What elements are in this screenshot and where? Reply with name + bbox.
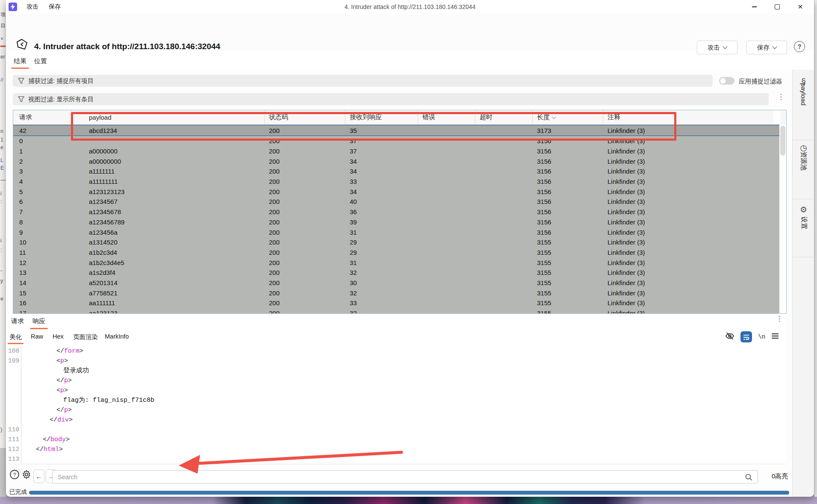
view-tab-页面渲染[interactable]: 页面渲染 — [73, 333, 98, 341]
cell: 200 — [265, 248, 345, 258]
table-row-4[interactable]: 4a11111111200333156Linkfinder (3) — [13, 177, 786, 187]
background-text-fragment: L — [0, 157, 3, 163]
gear-icon[interactable] — [21, 469, 32, 481]
newline-toggle[interactable]: \n — [758, 333, 765, 340]
tab-results[interactable]: 结果 — [14, 57, 27, 65]
lightning-icon — [9, 3, 17, 11]
menu-save[interactable]: 保存 — [44, 3, 66, 11]
view-tab-label: Raw — [31, 333, 43, 340]
view-tab-Hex[interactable]: Hex — [53, 333, 64, 340]
tab-request[interactable]: 请求 — [11, 317, 24, 325]
code-line: 110 — [6, 425, 786, 435]
sidebar-tab-资源池[interactable]: ◷资源池 — [793, 142, 814, 165]
cell — [418, 308, 475, 314]
filter-icon — [18, 96, 24, 103]
apply-capture-filter-toggle[interactable] — [719, 77, 734, 85]
cell: 3156 — [533, 156, 603, 166]
cell: 42 — [13, 125, 72, 136]
cell — [418, 207, 475, 217]
column-header-2[interactable]: 状态码 — [265, 110, 345, 124]
column-header-7[interactable]: 注释 — [603, 110, 773, 124]
cell: a123456789 — [72, 217, 265, 227]
request-response-tabs: 请求 响应 — [6, 314, 786, 330]
maximize-button[interactable] — [771, 1, 783, 12]
table-row-15[interactable]: 15a7758521200323155Linkfinder (3) — [13, 288, 786, 298]
cell: 36 — [345, 207, 418, 217]
cell: 200 — [265, 177, 345, 187]
table-body: 42abcd1234200353173Linkfinder (3)0200373… — [13, 125, 786, 314]
intruder-attack-window: 攻击 保存 4. Intruder attack of http://211.1… — [6, 0, 814, 497]
table-row-16[interactable]: 16aa111111200333155Linkfinder (3) — [13, 298, 786, 308]
table-row-42[interactable]: 42abcd1234200353173Linkfinder (3) — [13, 125, 786, 136]
cell: 200 — [265, 136, 345, 146]
save-dropdown-button[interactable]: 保存 — [746, 41, 787, 54]
table-row-0[interactable]: 0200373156Linkfinder (3) — [13, 136, 786, 146]
search-input[interactable] — [53, 474, 745, 480]
help-icon[interactable]: ? — [794, 41, 805, 52]
response-code-editor[interactable]: 108</form>109<p>登录成功</p><p>flag为: flag_n… — [6, 345, 786, 466]
attack-dropdown-button[interactable]: 攻击 — [697, 41, 737, 54]
close-button[interactable]: ✕ — [794, 1, 806, 12]
scrollbar-thumb[interactable] — [780, 126, 785, 156]
table-row-5[interactable]: 5a123123123200343156Linkfinder (3) — [13, 186, 786, 197]
filter-menu-icon[interactable]: ⋮ — [777, 95, 784, 98]
table-row-1[interactable]: 1a0000000200373156Linkfinder (3) — [13, 146, 786, 156]
table-row-12[interactable]: 12a1b2c3d4e5200313155Linkfinder (3) — [13, 257, 786, 268]
table-row-9[interactable]: 9a123456a200313156Linkfinder (3) — [13, 227, 786, 237]
capture-filter-bar[interactable]: 捕获过滤: 捕捉所有项目 — [13, 75, 713, 87]
table-row-2[interactable]: 2a00000000200343156Linkfinder (3) — [13, 156, 786, 166]
cell: 200 — [265, 186, 345, 197]
column-header-payload[interactable]: payload — [72, 110, 265, 124]
view-filter-bar[interactable]: 视图过滤: 显示所有条目 — [13, 93, 769, 105]
prev-match-button[interactable]: ← — [33, 469, 44, 483]
column-header-6[interactable]: 长度 — [533, 110, 603, 124]
sidebar-tab-payload[interactable]: §payload — [793, 76, 814, 98]
cell: aa111111 — [72, 298, 265, 308]
cell: a1314520 — [72, 237, 265, 248]
line-number: 111 — [6, 435, 21, 445]
column-header-4[interactable]: 错误 — [418, 110, 475, 124]
word-wrap-icon[interactable] — [740, 331, 752, 342]
results-content: 捕获过滤: 捕捉所有项目 应用捕捉过滤器 视图过滤: 显示所有条目 ⋮ 请求pa… — [6, 70, 793, 497]
code-line: </p> — [6, 405, 786, 415]
view-tab-美化[interactable]: 美化 — [9, 333, 22, 341]
response-menu-icon[interactable]: ⋮ — [776, 317, 782, 320]
tab-positions[interactable]: 位置 — [34, 57, 47, 65]
table-scrollbar[interactable] — [779, 124, 786, 313]
sidebar-tab-设置[interactable]: ⚙设置 — [793, 204, 814, 227]
menu-attack[interactable]: 攻击 — [21, 3, 44, 11]
table-row-7[interactable]: 7a12345678200363156Linkfinder (3) — [13, 207, 786, 217]
cell — [475, 257, 533, 268]
menu-hamburger-icon[interactable] — [771, 333, 779, 341]
table-row-11[interactable]: 11a1b2c3d4200293155Linkfinder (3) — [13, 248, 786, 258]
cell: Linkfinder (3) — [603, 308, 773, 314]
table-row-6[interactable]: 6a1234567200403156Linkfinder (3) — [13, 197, 786, 207]
background-text-fragment: n — [0, 128, 3, 134]
view-tab-MarkInfo[interactable]: MarkInfo — [105, 333, 129, 340]
minimize-button[interactable] — [748, 1, 760, 12]
search-icon[interactable] — [745, 473, 752, 481]
tab-response[interactable]: 响应 — [32, 317, 45, 325]
view-tab-Raw[interactable]: Raw — [31, 333, 43, 340]
help-icon[interactable]: ? — [9, 469, 20, 481]
page-title: 4. Intruder attack of http://211.103.180… — [34, 42, 220, 51]
main-tabs: 结果 位置 — [6, 56, 793, 70]
table-row-10[interactable]: 10a1314520200293155Linkfinder (3) — [13, 237, 786, 248]
cell: 16 — [13, 298, 72, 308]
code-line: 111</body> — [6, 435, 786, 445]
tab-response-label: 响应 — [32, 317, 45, 324]
table-row-14[interactable]: 14a5201314200303155Linkfinder (3) — [13, 278, 786, 288]
background-text-fragment: e — [0, 144, 3, 150]
column-header-0[interactable]: 请求 — [13, 110, 72, 124]
back-icon[interactable] — [16, 38, 28, 52]
table-row-3[interactable]: 3a1111111200343156Linkfinder (3) — [13, 166, 786, 177]
table-row-8[interactable]: 8a123456789200393156Linkfinder (3) — [13, 217, 786, 227]
table-row-13[interactable]: 13a1s2d3f4200323155Linkfinder (3) — [13, 268, 786, 278]
highlight-count: 0高亮 — [772, 472, 788, 480]
column-header-5[interactable]: 超时 — [475, 110, 533, 124]
table-row-17[interactable]: 17aa123123200323155Linkfinder (3) — [13, 308, 786, 314]
cell — [475, 136, 533, 146]
cell: 4 — [13, 177, 72, 187]
column-header-3[interactable]: 接收到响应 — [345, 110, 418, 124]
hide-icon[interactable] — [725, 332, 734, 342]
